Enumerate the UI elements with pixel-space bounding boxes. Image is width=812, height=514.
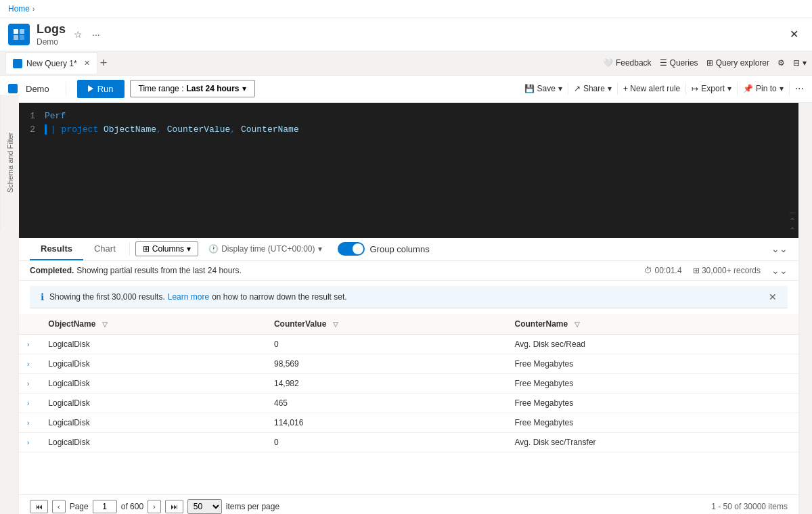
page-input[interactable]	[93, 500, 117, 513]
new-tab-button[interactable]: +	[100, 56, 108, 70]
record-count: ⊞ 30,000+ records	[693, 266, 761, 275]
counter-value-filter-icon[interactable]: ▽	[333, 321, 338, 328]
execution-time: ⏱ 00:01.4	[644, 266, 681, 275]
expand-cell[interactable]: ›	[19, 413, 40, 432]
results-status: Completed. Showing partial results from …	[19, 261, 798, 281]
row-expand-icon[interactable]: ›	[27, 400, 29, 407]
query-explorer-button[interactable]: ⊞ Query explorer	[706, 58, 769, 68]
display-time-button[interactable]: 🕐 Display time (UTC+00:00) ▾	[201, 241, 329, 256]
editor-area: 1 2 Perf | project ObjectName, CounterVa…	[19, 103, 798, 514]
row-expand-icon[interactable]: ›	[27, 419, 29, 427]
save-button[interactable]: 💾 Save ▾	[524, 84, 562, 93]
row-expand-icon[interactable]: ›	[27, 341, 29, 348]
object-name-cell: LogicalDisk	[40, 373, 266, 393]
object-name-header[interactable]: ObjectName ▽	[40, 314, 266, 335]
counter-value-cell: 0	[266, 432, 507, 452]
status-meta: ⏱ 00:01.4 ⊞ 30,000+ records ⌄⌄	[644, 265, 788, 276]
share-chevron: ▾	[608, 84, 612, 93]
results-tab[interactable]: Results	[30, 238, 83, 260]
pin-chevron: ▾	[780, 84, 784, 93]
info-close-button[interactable]: ✕	[769, 291, 777, 302]
row-expand-icon[interactable]: ›	[27, 439, 29, 446]
counter-name-cell: Free Megabytes	[507, 413, 798, 432]
object-name-cell: LogicalDisk	[40, 432, 266, 452]
tab-close-button[interactable]: ✕	[84, 59, 90, 68]
table-row: › LogicalDisk 0 Avg. Disk sec/Transfer	[19, 432, 798, 452]
table-row: › LogicalDisk 14,982 Free Megabytes	[19, 373, 798, 393]
query-tab[interactable]: New Query 1* ✕	[5, 52, 97, 74]
counter-value-header[interactable]: CounterValue ▽	[266, 314, 507, 335]
code-editor[interactable]: 1 2 Perf | project ObjectName, CounterVa…	[19, 103, 798, 238]
counter-name-cell: Avg. Disk sec/Read	[507, 334, 798, 354]
status-completed: Completed.	[30, 266, 74, 275]
counter-name-cell: Free Megabytes	[507, 373, 798, 393]
code-line-2: | project ObjectName, CounterValue, Coun…	[39, 123, 798, 137]
counter-name-header[interactable]: CounterName ▽	[507, 314, 798, 335]
counter-value-cell: 98,569	[266, 354, 507, 373]
info-text: Showing the first 30,000 results.	[49, 292, 165, 302]
results-table-container: ObjectName ▽ CounterValue ▽ CounterName …	[19, 314, 798, 494]
pin-icon: 📌	[743, 84, 753, 93]
tab-label: New Query 1*	[26, 59, 77, 68]
close-button[interactable]: ✕	[784, 25, 804, 43]
chart-tab[interactable]: Chart	[83, 238, 127, 260]
row-expand-icon[interactable]: ›	[27, 360, 29, 368]
counter-name-filter-icon[interactable]: ▽	[574, 321, 580, 328]
settings-button[interactable]: ⚙	[777, 58, 785, 68]
export-icon: ↦	[692, 84, 698, 93]
app-icon	[8, 24, 30, 45]
object-name-filter-icon[interactable]: ▽	[102, 321, 108, 328]
columns-button[interactable]: ⊞ Columns ▾	[135, 241, 198, 256]
last-page-button[interactable]: ⏭	[165, 500, 183, 513]
expand-results-button[interactable]: ⌄⌄	[771, 243, 788, 254]
expand-col-header	[19, 314, 40, 335]
feedback-button[interactable]: 🤍 Feedback	[603, 58, 652, 68]
next-page-button[interactable]: ›	[148, 500, 161, 513]
page-label: Page	[70, 502, 89, 511]
object-name-cell: LogicalDisk	[40, 393, 266, 413]
pin-to-button[interactable]: 📌 Pin to ▾	[743, 84, 784, 93]
expand-cell[interactable]: ›	[19, 354, 40, 373]
settings-icon: ⚙	[777, 58, 785, 68]
code-content[interactable]: Perf | project ObjectName, CounterValue,…	[39, 103, 798, 238]
time-range-button[interactable]: Time range : Last 24 hours ▾	[130, 80, 255, 97]
per-page-select[interactable]: 50 100 200	[187, 499, 222, 514]
results-table: ObjectName ▽ CounterValue ▽ CounterName …	[19, 314, 798, 452]
export-button[interactable]: ↦ Export ▾	[692, 84, 731, 93]
view-icon: ⊟	[793, 58, 800, 68]
learn-more-link[interactable]: Learn more	[168, 292, 209, 302]
group-columns-toggle-container: Group columns	[338, 242, 430, 256]
app-subtitle: Demo	[37, 37, 66, 47]
view-toggle-button[interactable]: ⊟ ▾	[793, 58, 807, 68]
line-numbers: 1 2	[19, 103, 39, 238]
expand-cell[interactable]: ›	[19, 432, 40, 452]
schema-filter-sidebar[interactable]: Schema and Filter	[0, 95, 19, 230]
expand-cell[interactable]: ›	[19, 393, 40, 413]
resize-handle[interactable]: ···	[789, 209, 796, 216]
run-button[interactable]: Run	[77, 80, 125, 98]
queries-button[interactable]: ☰ Queries	[660, 58, 698, 68]
first-page-button[interactable]: ⏮	[30, 500, 48, 513]
columns-icon: ⊞	[143, 244, 150, 254]
share-button[interactable]: ↗ Share ▾	[574, 84, 612, 93]
prev-page-button[interactable]: ‹	[52, 500, 66, 513]
new-alert-button[interactable]: + New alert rule	[623, 84, 680, 93]
counter-value-cell: 14,982	[266, 373, 507, 393]
pagination: ⏮ ‹ Page of 600 › ⏭ 50 100 200 items per…	[19, 494, 798, 514]
more-toolbar-button[interactable]: ···	[795, 83, 804, 95]
queries-icon: ☰	[660, 58, 667, 68]
favorite-button[interactable]: ☆	[71, 28, 85, 41]
expand-status-button[interactable]: ⌄⌄	[771, 265, 788, 276]
collapse-editor-button[interactable]: ⌃⌃	[789, 216, 796, 235]
group-columns-toggle[interactable]	[338, 242, 365, 256]
title-group: Logs Demo	[37, 22, 66, 47]
counter-value-cell: 114,016	[266, 413, 507, 432]
breadcrumb-home[interactable]: Home	[8, 4, 30, 14]
expand-cell[interactable]: ›	[19, 373, 40, 393]
clock-small-icon: ⏱	[644, 266, 652, 275]
more-options-button[interactable]: ···	[89, 28, 103, 41]
expand-cell[interactable]: ›	[19, 334, 40, 354]
row-expand-icon[interactable]: ›	[27, 380, 29, 388]
toolbar: Demo Run Time range : Last 24 hours ▾ 💾 …	[0, 76, 812, 103]
title-bar: Logs Demo ☆ ··· ✕	[0, 18, 812, 51]
